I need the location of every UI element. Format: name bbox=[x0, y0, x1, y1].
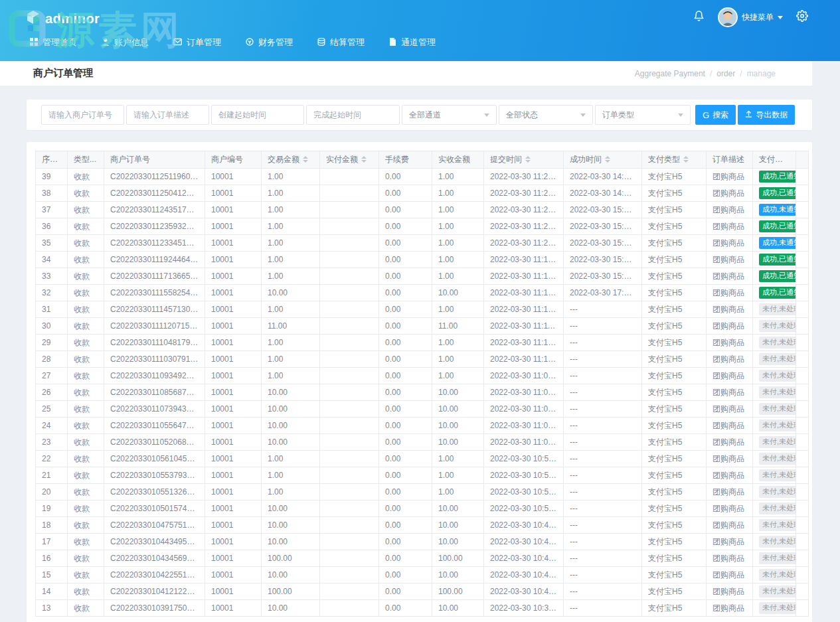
cell-merchant_no: 10001 bbox=[205, 368, 262, 384]
cell-type: 收款 bbox=[68, 534, 104, 550]
cell-filler bbox=[796, 218, 809, 235]
chevron-down-icon bbox=[678, 114, 683, 117]
cell-paid_amount bbox=[320, 351, 379, 368]
create-time-input[interactable] bbox=[211, 105, 304, 125]
sort-icon[interactable] bbox=[683, 156, 689, 163]
cell-status: 未付,未处理 bbox=[753, 434, 796, 451]
cell-desc: 团购商品 bbox=[707, 418, 753, 434]
table-header-row: 序号...类型...商户订单号商户编号交易金额实付金额手续费实收金额提交时间成功… bbox=[36, 151, 809, 169]
cell-fee: 0.00 bbox=[379, 401, 432, 418]
nav-item-account[interactable]: 账户信息 bbox=[102, 37, 149, 48]
sort-icon[interactable] bbox=[525, 156, 531, 163]
cell-desc: 团购商品 bbox=[707, 301, 753, 318]
search-button[interactable]: G 搜索 bbox=[695, 105, 736, 125]
sort-icon[interactable] bbox=[303, 156, 308, 163]
bell-icon[interactable] bbox=[693, 10, 705, 25]
nav-label: 财务管理 bbox=[258, 37, 293, 48]
cell-amount: 10.00 bbox=[262, 434, 320, 451]
column-header-submit_time[interactable]: 提交时间 bbox=[484, 151, 564, 169]
order-no-input[interactable] bbox=[41, 105, 124, 125]
column-label: 订单描述 bbox=[713, 155, 744, 164]
cell-merchant_no: 10001 bbox=[205, 600, 262, 617]
status-select[interactable]: 全部状态 bbox=[499, 105, 593, 125]
cell-submit_time: 2022-03-30 10:39:17 bbox=[484, 600, 564, 617]
cell-received: 1.00 bbox=[432, 484, 484, 501]
cell-merchant_no: 10001 bbox=[205, 434, 262, 451]
column-header-amount[interactable]: 交易金额 bbox=[262, 151, 320, 169]
cell-seq: 24 bbox=[36, 418, 68, 434]
export-button[interactable]: 导出数据 bbox=[738, 105, 795, 125]
cell-success_time: --- bbox=[564, 600, 642, 617]
status-badge: 未付,未处理 bbox=[759, 303, 796, 315]
order-type-select[interactable]: 订单类型 bbox=[595, 105, 691, 125]
cell-merchant_no: 10001 bbox=[205, 501, 262, 517]
table-row: 14收款C2022033010412122747110001100.000.00… bbox=[36, 583, 809, 600]
cell-merchant_no: 10001 bbox=[205, 268, 262, 285]
cell-submit_time: 2022-03-30 11:05:20 bbox=[484, 434, 564, 451]
quick-menu[interactable]: 快捷菜单 bbox=[718, 7, 783, 27]
cell-paid_amount bbox=[320, 252, 379, 268]
cell-success_time: --- bbox=[564, 484, 642, 501]
cell-seq: 20 bbox=[36, 484, 68, 501]
nav-item-settle[interactable]: 结算管理 bbox=[317, 37, 365, 48]
sort-icon[interactable] bbox=[605, 156, 610, 163]
cell-submit_time: 2022-03-30 11:23:34 bbox=[484, 235, 564, 252]
table-row: 37收款C20220330112435177520100011.000.001.… bbox=[36, 202, 809, 218]
nav-item-finance[interactable]: 财务管理 bbox=[246, 37, 293, 48]
cell-desc: 团购商品 bbox=[707, 351, 753, 368]
brand[interactable]: adminor bbox=[25, 9, 100, 28]
cell-fee: 0.00 bbox=[379, 252, 432, 268]
cell-submit_time: 2022-03-30 10:50:15 bbox=[484, 501, 564, 517]
nav-item-channel[interactable]: 通道管理 bbox=[389, 37, 436, 48]
cell-received: 11.00 bbox=[432, 318, 484, 335]
sort-icon[interactable] bbox=[361, 156, 367, 163]
nav-item-home[interactable]: 管理首页 bbox=[30, 37, 77, 48]
cell-merchant_no: 10001 bbox=[205, 351, 262, 368]
logo-text: adminor bbox=[45, 11, 100, 27]
cell-success_time: --- bbox=[564, 368, 642, 384]
gear-icon[interactable] bbox=[796, 10, 808, 25]
breadcrumb-item[interactable]: order bbox=[716, 69, 735, 78]
cell-filler bbox=[796, 301, 809, 318]
cell-merchant_no: 10001 bbox=[205, 218, 262, 235]
cell-fee: 0.00 bbox=[379, 235, 432, 252]
cell-received: 100.00 bbox=[432, 550, 484, 567]
cell-order_no: C20220330103917501089 bbox=[104, 600, 205, 617]
cell-amount: 1.00 bbox=[262, 252, 320, 268]
cell-desc: 团购商品 bbox=[707, 517, 753, 534]
cell-paid_amount bbox=[320, 169, 379, 185]
cell-fee: 0.00 bbox=[379, 351, 432, 368]
cell-amount: 100.00 bbox=[262, 583, 320, 600]
cell-submit_time: 2022-03-30 10:47:57 bbox=[484, 517, 564, 534]
cell-order_no: C20220330111120715719 bbox=[104, 318, 205, 335]
cell-filler bbox=[796, 467, 809, 484]
cell-seq: 27 bbox=[36, 368, 68, 384]
cell-received: 10.00 bbox=[432, 434, 484, 451]
channel-select[interactable]: 全部通道 bbox=[402, 105, 497, 125]
column-header-success_time[interactable]: 成功时间 bbox=[564, 151, 642, 169]
cell-success_time: --- bbox=[564, 567, 642, 583]
order-desc-input[interactable] bbox=[126, 105, 209, 125]
cell-merchant_no: 10001 bbox=[205, 318, 262, 335]
table-row: 16收款C2022033010434569007510001100.000.00… bbox=[36, 550, 809, 567]
chevron-down-icon bbox=[580, 114, 586, 117]
cell-status: 未付,未处理 bbox=[753, 351, 796, 368]
cell-fee: 0.00 bbox=[379, 600, 432, 617]
status-badge: 未付,未处理 bbox=[759, 337, 796, 349]
column-header-pay_type[interactable]: 支付类型 bbox=[642, 151, 707, 169]
finish-time-input[interactable] bbox=[306, 105, 400, 125]
cell-order_no: C20220330110934929349 bbox=[104, 368, 205, 384]
nav-item-order[interactable]: 订单管理 bbox=[173, 37, 221, 48]
cell-status: 未付,未处理 bbox=[753, 368, 796, 384]
status-badge: 成功,已通知 bbox=[759, 270, 796, 282]
cell-desc: 团购商品 bbox=[707, 583, 753, 600]
cell-amount: 10.00 bbox=[262, 418, 320, 434]
cell-received: 10.00 bbox=[432, 567, 484, 583]
search-icon: G bbox=[703, 110, 709, 120]
column-header-paid_amount[interactable]: 实付金额 bbox=[320, 151, 379, 169]
cell-type: 收款 bbox=[68, 268, 104, 285]
breadcrumb-item[interactable]: Aggregate Payment bbox=[635, 69, 705, 78]
cell-filler bbox=[796, 169, 809, 185]
cell-desc: 团购商品 bbox=[707, 268, 753, 285]
cell-pay_type: 支付宝H5 bbox=[642, 517, 707, 534]
